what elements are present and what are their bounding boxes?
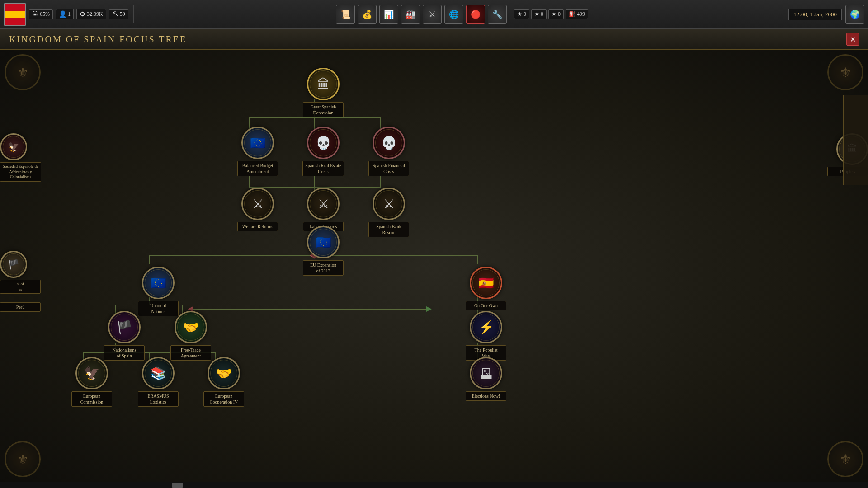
mil-stat: ★ 0 [548, 9, 564, 19]
scrollbar-thumb[interactable] [172, 483, 183, 488]
corner-ornament-br: ⚜ [827, 441, 863, 477]
focus-eu-expansion[interactable]: 🇪🇺 EU Expansionof 2013 [298, 226, 348, 276]
action-btn-2[interactable]: 💰 [358, 5, 377, 24]
action-btn-7[interactable]: 🔴 [466, 5, 485, 24]
corner-decoration-bl: ⚜ [0, 436, 45, 482]
financial-crisis-icon: 💀 [373, 127, 405, 159]
eu-expansion-icon: 🇪🇺 [307, 226, 340, 258]
corner-ornament-tr: ⚜ [827, 54, 863, 90]
real-estate-label: Spanish Real EstateCrisis [302, 161, 344, 176]
real-estate-icon: 💀 [307, 127, 340, 159]
right-side-panel [843, 95, 868, 185]
focus-balanced-budget[interactable]: 🇪🇺 Balanced BudgetAmendment [233, 127, 283, 176]
corner-decoration-br: ⚜ [823, 436, 868, 482]
focus-bank-rescue[interactable]: ⚔ Spanish BankRescue [364, 188, 414, 237]
focus-free-trade[interactable]: 🤝 Free-TradeAgreement [166, 311, 216, 361]
topbar-divider-1 [133, 5, 134, 23]
close-button[interactable]: ✕ [846, 33, 859, 46]
pp-stat: ★ 0 [514, 9, 529, 19]
partial-node-al-de-peru[interactable]: 🏴 al ofes [0, 251, 41, 294]
corner-ornament-bl: ⚜ [5, 441, 41, 477]
labor-icon: ⚔ [307, 188, 340, 220]
topbar: 🏛 65% 👤 1 ⚙ 32.09K ⛏ 59 📜 💰 📊 🏭 ⚔ 🌐 🔴 🔧 … [0, 0, 868, 29]
corner-decoration-tl: ⚜ [0, 50, 45, 95]
focus-populist-way[interactable]: ⚡ The PopulistWay [461, 311, 511, 361]
stability-stat: 🏛 65% [29, 9, 53, 19]
on-our-own-label: On Our Own [466, 301, 506, 310]
eu-commission-label: EuropeanCommission [71, 391, 112, 407]
financial-crisis-label: Spanish FinancialCrisis [368, 161, 409, 176]
bank-rescue-label: Spanish BankRescue [368, 222, 409, 237]
free-trade-icon: 🤝 [175, 311, 207, 343]
factories-value: 32.09K [87, 11, 103, 18]
welfare-icon: ⚔ [241, 188, 274, 220]
action-btn-5[interactable]: ⚔ [423, 5, 442, 24]
connector-lines [0, 50, 868, 488]
great-depression-label: Great SpanishDepression [303, 102, 344, 117]
window-title: Kingdom of Spain Focus Tree [9, 34, 187, 45]
al-de-peru-label: al ofes [0, 280, 41, 294]
fuel-stat: ⛽ 499 [566, 9, 588, 19]
eu-coop-icon: 🤝 [208, 357, 240, 389]
focus-erasmus-logistics[interactable]: 📚 ERASMUSLogistics [133, 357, 183, 407]
partial-node-peru: Perú [0, 300, 41, 312]
spain-flag[interactable] [4, 3, 26, 26]
resources-stat: ⛏ 59 [109, 9, 128, 19]
focus-on-our-own[interactable]: 🇪🇸 On Our Own [461, 267, 511, 310]
action-btn-8[interactable]: 🔧 [488, 5, 507, 24]
focus-tree[interactable]: ⚜ ⚜ ⚜ ⚜ 🦅 Sociedad Española deAfricanist… [0, 50, 868, 488]
focus-union-of-nations[interactable]: 🇪🇺 Union ofNations [133, 267, 183, 316]
map-button[interactable]: 🌍 [845, 5, 864, 24]
action-btn-1[interactable]: 📜 [336, 5, 355, 24]
topbar-right: 12:00, 1 Jan, 2000 🌍 [788, 5, 864, 24]
focus-nationalisms[interactable]: 🏴 Nationalismsof Spain [99, 311, 149, 361]
civil-stat: ★ 0 [531, 9, 547, 19]
focus-elections-now[interactable]: 🗳 Elections Now! [461, 357, 511, 401]
elections-icon: 🗳 [470, 357, 502, 389]
action-btn-4[interactable]: 🏭 [401, 5, 420, 24]
union-icon: 🇪🇺 [142, 267, 175, 299]
great-depression-icon: 🏛 [307, 68, 340, 100]
balanced-budget-icon: 🇪🇺 [241, 127, 274, 159]
topbar-action-icons: 📜 💰 📊 🏭 ⚔ 🌐 🔴 🔧 ★ 0 ★ 0 ★ 0 ⛽ 499 [138, 5, 786, 24]
datetime-display: 12:00, 1 Jan, 2000 [788, 9, 842, 20]
on-our-own-icon: 🇪🇸 [470, 267, 502, 299]
elections-label: Elections Now! [466, 391, 506, 401]
corner-ornament-tl: ⚜ [5, 54, 41, 90]
balanced-budget-label: Balanced BudgetAmendment [237, 161, 278, 176]
titlebar: Kingdom of Spain Focus Tree ✕ [0, 29, 868, 50]
action-btn-6[interactable]: 🌐 [444, 5, 463, 24]
action-btn-3[interactable]: 📊 [379, 5, 398, 24]
focus-european-commission[interactable]: 🦅 EuropeanCommission [67, 357, 117, 407]
focus-european-cooperation[interactable]: 🤝 EuropeanCooperation IV [199, 357, 249, 407]
eu-commission-icon: 🦅 [75, 357, 108, 389]
horizontal-scrollbar[interactable] [0, 482, 868, 488]
focus-labor-reforms[interactable]: ⚔ Labor Reforms [298, 188, 348, 231]
manpower-stat: 👤 1 [56, 9, 74, 19]
resources-value: 59 [120, 11, 125, 18]
erasmus-label: ERASMUSLogistics [138, 391, 179, 407]
focus-real-estate-crisis[interactable]: 💀 Spanish Real EstateCrisis [298, 127, 348, 176]
eu-expansion-label: EU Expansionof 2013 [303, 260, 344, 276]
partial-node-sociedad[interactable]: 🦅 Sociedad Española deAfricanistas yColo… [0, 133, 41, 182]
path-arrows [188, 306, 432, 312]
focus-great-spanish-depression[interactable]: 🏛 Great SpanishDepression [298, 68, 348, 117]
manpower-value: 1 [68, 11, 71, 18]
eu-coop-label: EuropeanCooperation IV [203, 391, 244, 407]
welfare-label: Welfare Reforms [237, 222, 278, 231]
corner-decoration-tr: ⚜ [823, 50, 868, 95]
nationalisms-icon: 🏴 [108, 311, 141, 343]
factories-stat: ⚙ 32.09K [76, 9, 106, 19]
bank-rescue-icon: ⚔ [373, 188, 405, 220]
focus-financial-crisis[interactable]: 💀 Spanish FinancialCrisis [364, 127, 414, 176]
erasmus-icon: 📚 [142, 357, 175, 389]
focus-welfare-reforms[interactable]: ⚔ Welfare Reforms [233, 188, 283, 231]
sociedad-label: Sociedad Española deAfricanistas yColoni… [0, 162, 41, 182]
stability-value: 65% [40, 11, 50, 18]
populist-icon: ⚡ [470, 311, 502, 343]
